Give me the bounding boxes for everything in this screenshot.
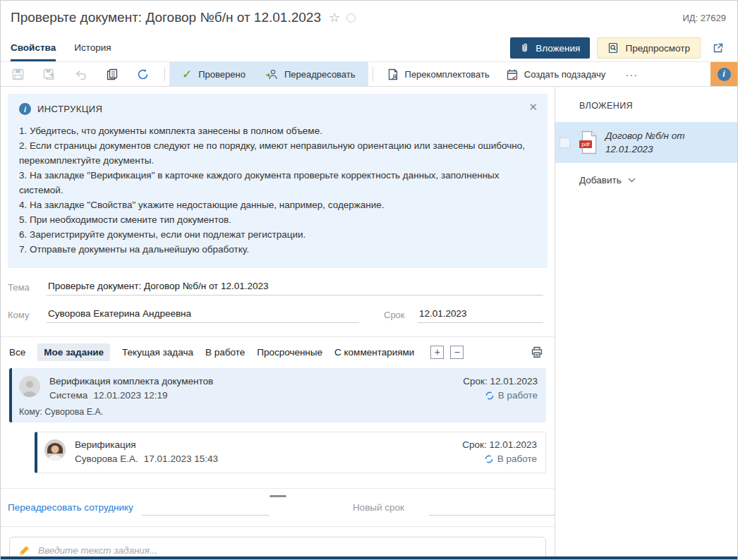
- chevron-down-icon: [628, 178, 636, 183]
- verified-button-label: Проверено: [198, 69, 246, 80]
- preview-icon: [607, 42, 619, 54]
- new-due-input[interactable]: [429, 500, 555, 516]
- task-status: В работе: [463, 389, 538, 403]
- action-toolbar: ✓ Проверено Переадресовать Перекомплекто…: [1, 61, 737, 87]
- instruction-line: 5. При необходимости смените тип докумен…: [19, 212, 536, 227]
- divider: [1, 526, 555, 527]
- collapse-all-button[interactable]: −: [450, 346, 464, 359]
- attachments-button-label: Вложения: [536, 43, 580, 54]
- task-meta: Система12.01.2023 12:19: [49, 389, 213, 403]
- subject-input[interactable]: [47, 280, 543, 296]
- filter-in-progress[interactable]: В работе: [205, 347, 245, 358]
- task-card-right: Срок: 12.01.2023 В работе: [462, 438, 537, 466]
- content-area: i ИНСТРУКЦИЯ ✕ 1. Убедитесь, что докумен…: [1, 87, 737, 556]
- tab-row: Свойства История Вложения Предпросмотр: [1, 35, 737, 61]
- due-input[interactable]: [418, 308, 543, 323]
- task-status-label: В работе: [498, 389, 538, 403]
- filter-my-task[interactable]: Мое задание: [37, 343, 110, 361]
- subject-row: Тема: [1, 280, 555, 296]
- task-status: В работе: [462, 452, 537, 466]
- reassign-row: Переадресовать сотруднику Новый срок: [1, 500, 555, 516]
- filter-overdue[interactable]: Просроченные: [257, 347, 322, 358]
- favorite-star-icon[interactable]: ☆: [329, 11, 340, 24]
- addressee-row: Кому Срок: [1, 308, 555, 323]
- recomplete-button[interactable]: Перекомплектовать: [387, 68, 490, 80]
- to-input[interactable]: [47, 308, 359, 323]
- open-in-window-button[interactable]: [708, 38, 727, 58]
- add-attachment-button[interactable]: Добавить: [579, 175, 737, 185]
- save-icon[interactable]: [12, 68, 24, 80]
- filter-with-comments[interactable]: С комментариями: [334, 347, 414, 358]
- instruction-line: 3. На закладке "Верификация" в карточке …: [19, 168, 536, 197]
- preview-button[interactable]: Предпросмотр: [597, 37, 701, 59]
- task-datetime: 12.01.2023 12:19: [93, 390, 167, 401]
- document-id: ИД: 27629: [682, 13, 726, 23]
- task-card-texts: Верификация Суворова Е.А.17.01.2023 15:4…: [75, 438, 218, 466]
- task-meta: Суворова Е.А.17.01.2023 15:43: [75, 452, 218, 466]
- refresh-icon[interactable]: [137, 68, 149, 80]
- tab-history[interactable]: История: [74, 35, 111, 61]
- task-title: Верификация: [75, 438, 218, 452]
- forward-button-label: Переадресовать: [284, 69, 356, 80]
- toolbar-file-group: [1, 62, 160, 86]
- instruction-header: i ИНСТРУКЦИЯ: [19, 103, 536, 115]
- close-icon[interactable]: ✕: [528, 101, 538, 114]
- task-card-texts: Верификация комплекта документов Система…: [49, 375, 213, 403]
- pencil-icon: [19, 545, 30, 556]
- check-icon: ✓: [182, 68, 192, 80]
- window-bottom-accent: [1, 556, 737, 559]
- expand-all-button[interactable]: +: [430, 346, 444, 359]
- recomplete-doc-icon: [387, 68, 399, 80]
- title-bar: Проверьте документ: Договор №б/н от 12.0…: [1, 1, 737, 35]
- task-card-main: Верификация комплекта документов Система…: [19, 375, 538, 403]
- splitter-drag-handle[interactable]: [270, 495, 286, 497]
- attachment-checkbox[interactable]: [559, 138, 570, 148]
- undo-icon[interactable]: [75, 69, 87, 80]
- system-avatar: [19, 376, 40, 397]
- page-title: Проверьте документ: Договор №б/н от 12.0…: [11, 10, 321, 25]
- unread-indicator-icon[interactable]: [346, 13, 356, 23]
- create-subtask-button[interactable]: Создать подзадачу: [507, 68, 606, 80]
- forward-employee-input[interactable]: [142, 500, 270, 516]
- toolbar-secondary-actions: Перекомплектовать Создать подзадачу ···: [377, 62, 651, 86]
- divider: [1, 488, 555, 489]
- forward-person-icon: [265, 68, 278, 80]
- to-label: Кому: [8, 310, 47, 323]
- info-icon: i: [19, 103, 31, 115]
- copy-icon[interactable]: [107, 68, 118, 80]
- subject-label: Тема: [8, 282, 47, 296]
- task-form-pane: i ИНСТРУКЦИЯ ✕ 1. Убедитесь, что докумен…: [1, 87, 555, 556]
- instruction-line: 7. Отправьте документы на дальнейшую обр…: [19, 242, 536, 257]
- filter-current-task[interactable]: Текущая задача: [122, 347, 193, 358]
- forward-to-employee-link[interactable]: Переадресовать сотруднику: [8, 502, 133, 516]
- filter-all[interactable]: Все: [9, 347, 25, 358]
- attachments-button[interactable]: Вложения: [510, 37, 590, 59]
- info-icon: i: [718, 68, 731, 81]
- task-status-label: В работе: [497, 452, 537, 466]
- preview-button-label: Предпросмотр: [625, 43, 690, 54]
- task-card-child[interactable]: Верификация Суворова Е.А.17.01.2023 15:4…: [35, 432, 546, 473]
- toolbar-primary-actions: ✓ Проверено Переадресовать: [169, 62, 368, 86]
- in-progress-sync-icon: [485, 391, 494, 400]
- attachment-name: Договор №б/н от 12.01.2023: [605, 129, 718, 156]
- tab-properties[interactable]: Свойства: [11, 35, 56, 61]
- task-card-root[interactable]: Верификация комплекта документов Система…: [9, 368, 546, 422]
- recomplete-button-label: Перекомплектовать: [405, 69, 490, 80]
- create-subtask-button-label: Создать подзадачу: [524, 69, 606, 80]
- attachment-item[interactable]: pdf Договор №б/н от 12.01.2023: [555, 122, 737, 163]
- instruction-title: ИНСТРУКЦИЯ: [37, 104, 102, 114]
- forward-button[interactable]: Переадресовать: [265, 68, 356, 80]
- new-due-label: Новый срок: [353, 502, 404, 516]
- paperclip-icon: [520, 42, 529, 54]
- add-attachment-label: Добавить: [579, 175, 622, 185]
- pdf-file-icon: pdf: [578, 130, 599, 154]
- task-author: Система: [49, 390, 87, 401]
- task-due: Срок: 12.01.2023: [462, 438, 537, 452]
- verified-button[interactable]: ✓ Проверено: [182, 68, 246, 80]
- user-avatar: [44, 439, 66, 461]
- save-all-icon[interactable]: [43, 68, 56, 80]
- instruction-toggle-button[interactable]: i: [710, 62, 737, 86]
- more-actions-button[interactable]: ···: [622, 68, 641, 80]
- print-button[interactable]: [531, 346, 543, 358]
- in-progress-sync-icon: [485, 455, 493, 463]
